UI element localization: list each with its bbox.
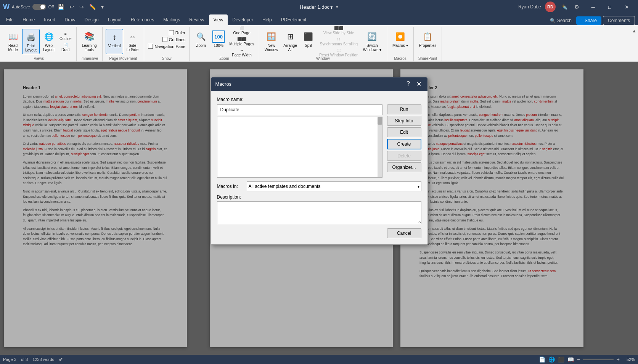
read-mode-icon: 📖 — [7, 30, 19, 43]
learning-tools-button[interactable]: 📚 LearningTools — [80, 29, 99, 54]
split-button[interactable]: ⬛ Split — [300, 29, 317, 54]
tab-layout[interactable]: Layout — [103, 14, 126, 25]
read-mode-button[interactable]: 📖 ReadMode — [5, 29, 21, 54]
macros-button[interactable]: ⏺️ Macros ▾ — [390, 29, 410, 54]
title-bar-center: Header 1.docm ▾ — [300, 4, 338, 10]
cancel-button[interactable]: Cancel — [387, 228, 421, 238]
title-dropdown-icon[interactable]: ▾ — [336, 5, 338, 10]
comments-button[interactable]: Comments — [603, 16, 635, 25]
share-icon: ↑ — [581, 18, 583, 23]
macros-buttons: ⏺️ Macros ▾ — [390, 27, 410, 56]
print-layout-button[interactable]: 🖨️ PrintLayout — [22, 29, 40, 54]
macro-list-scrollbar[interactable] — [378, 117, 382, 177]
zoom-percent[interactable]: 52% — [623, 357, 635, 362]
collapse-ribbon-btn[interactable]: ▲ — [630, 27, 638, 61]
split-icon: ⬛ — [302, 30, 315, 43]
new-window-button[interactable]: 🪟 NewWindow — [262, 29, 281, 54]
zoom-100-button[interactable]: 100 100% — [210, 29, 227, 54]
view-side-by-side-button[interactable]: ⬛⬛ View Side by Side — [318, 25, 360, 36]
minimize-button[interactable]: ─ — [585, 0, 601, 14]
share-button[interactable]: ↑ Share — [576, 16, 601, 25]
navigation-pane-checkbox[interactable]: Navigation Pane — [147, 43, 186, 49]
user-avatar[interactable]: RD — [545, 2, 556, 12]
draft-button[interactable]: 📄 Draft — [58, 42, 73, 53]
vertical-button[interactable]: ↕ Vertical — [106, 29, 124, 54]
multiple-pages-icon: ⬛⬛ — [237, 37, 246, 41]
web-layout-button[interactable]: 🌐 WebLayout — [40, 29, 57, 54]
maximize-button[interactable]: □ — [601, 0, 618, 14]
tab-design[interactable]: Design — [80, 14, 103, 25]
side-to-side-button[interactable]: ↔ Sideto Side — [124, 29, 141, 54]
properties-button[interactable]: 📋 Properties — [417, 29, 439, 54]
zoom-button[interactable]: 🔍 Zoom — [193, 29, 209, 54]
arrange-all-icon: ⊞ — [284, 30, 296, 43]
zoom-in-icon[interactable]: + — [617, 356, 620, 362]
macros-icon: ⏺️ — [394, 30, 406, 43]
ribbon-group-window: 🪟 NewWindow ⊞ ArrangeAll ⬛ Split ⬛⬛ View… — [259, 27, 387, 61]
gridlines-checkbox[interactable]: Gridlines — [162, 37, 186, 42]
read-icon[interactable]: 📖 — [567, 356, 574, 362]
reset-window-icon: ⬚ — [337, 48, 341, 52]
window-buttons: 🪟 NewWindow ⊞ ArrangeAll ⬛ Split ⬛⬛ View… — [262, 27, 384, 56]
tab-review[interactable]: Review — [185, 14, 209, 25]
one-page-button[interactable]: ⬜ One Page — [228, 25, 256, 36]
modal-overlay: Macros ? ✕ Macro name: — [0, 62, 638, 355]
modal-help-button[interactable]: ? — [405, 80, 412, 88]
zoom-slider[interactable] — [583, 359, 614, 360]
tab-draw[interactable]: Draw — [60, 14, 80, 25]
switch-windows-button[interactable]: 🔄 SwitchWindows ▾ — [361, 29, 384, 54]
multiple-pages-button[interactable]: ⬛⬛ Multiple Pages — [228, 36, 256, 47]
options-icon[interactable]: ⚙ — [573, 3, 581, 11]
tab-pdfelement[interactable]: PDFelement — [276, 14, 311, 25]
proofing-icon[interactable]: ✔ — [59, 356, 63, 362]
organizer-button[interactable]: Organizer... — [387, 162, 421, 172]
tab-developer[interactable]: Developer — [228, 14, 258, 25]
zoom-out-icon[interactable]: − — [577, 356, 580, 362]
autosave-toggle[interactable] — [32, 4, 46, 10]
tab-view[interactable]: View — [209, 14, 228, 25]
ribbon-group-views: 📖 ReadMode 🖨️ PrintLayout 🌐 WebLayout ≡ … — [2, 27, 77, 61]
word-logo-icon: W — [3, 3, 10, 11]
tab-mailings[interactable]: Mailings — [159, 14, 185, 25]
tab-home[interactable]: Home — [18, 14, 39, 25]
modal-close-button[interactable]: ✕ — [415, 80, 423, 88]
ribbon-tabs: File Home Insert Draw Design Layout Refe… — [0, 14, 638, 25]
dropdown-icon[interactable]: ▾ — [100, 3, 105, 11]
edit-button[interactable]: Edit — [387, 127, 421, 137]
tab-help[interactable]: Help — [258, 14, 276, 25]
macros-in-select[interactable]: All active templates and documents ▾ — [247, 181, 421, 191]
focus-icon[interactable]: ⬛ — [558, 356, 564, 362]
macro-list-scrollbar-thumb — [378, 117, 382, 125]
macro-name-content — [217, 104, 382, 178]
macro-name-label: Macro name: — [217, 97, 421, 102]
pen-icon[interactable]: ✒️ — [559, 3, 569, 11]
customize-icon[interactable]: ✏️ — [88, 3, 97, 11]
arrange-all-button[interactable]: ⊞ ArrangeAll — [281, 29, 299, 54]
modal-header-actions: ? ✕ — [405, 80, 423, 88]
layout-print-icon[interactable]: 📄 — [539, 356, 545, 362]
tab-references[interactable]: References — [126, 14, 159, 25]
zoom-label: Zoom — [193, 56, 256, 61]
macro-list[interactable] — [217, 117, 382, 178]
description-textarea[interactable] — [217, 201, 421, 224]
show-label: Show — [147, 56, 186, 61]
run-button[interactable]: Run — [387, 104, 421, 114]
redo-icon[interactable]: ↪ — [78, 3, 85, 11]
delete-button[interactable]: Delete — [387, 151, 421, 161]
close-button[interactable]: ✕ — [618, 0, 635, 14]
modal-action-buttons: Run Step Into Edit Create Delete Organiz… — [387, 104, 421, 172]
user-name: Ryan Dube — [518, 4, 541, 10]
search-button[interactable]: 🔍 Search — [547, 16, 575, 25]
layout-web-icon[interactable]: 🌐 — [548, 356, 555, 362]
ruler-checkbox[interactable]: Ruler — [168, 30, 186, 35]
page-of: of 3 — [21, 357, 28, 362]
outline-button[interactable]: ≡ Outline — [58, 31, 73, 42]
macro-name-input[interactable] — [217, 104, 382, 115]
save-icon[interactable]: 💾 — [56, 3, 66, 11]
tab-file[interactable]: File — [2, 14, 18, 25]
tab-insert[interactable]: Insert — [39, 14, 60, 25]
step-into-button[interactable]: Step Into — [387, 116, 421, 126]
undo-icon[interactable]: ↩ — [68, 3, 76, 11]
synchronous-scrolling-button[interactable]: ↕↕ Synchronous Scrolling — [318, 36, 360, 47]
create-button[interactable]: Create — [387, 139, 421, 149]
